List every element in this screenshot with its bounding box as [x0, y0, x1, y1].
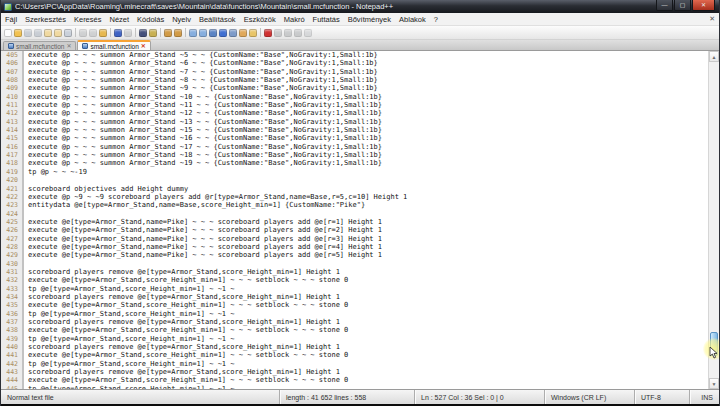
- code-line[interactable]: execute @e[type=Armor_Stand,name=Pike] ~…: [23, 218, 382, 226]
- maximize-button[interactable]: ▢: [674, 0, 691, 11]
- code-line[interactable]: tp @e[type=Armor_Stand,score_Height_min=…: [23, 310, 235, 318]
- print-icon[interactable]: [64, 29, 72, 37]
- code-line[interactable]: execute @p ~ ~ ~ summon Armor_Stand ~12 …: [23, 109, 382, 117]
- menu-item[interactable]: Ablakok: [395, 14, 430, 25]
- code-line[interactable]: execute @e[type=Armor_Stand,name=Pike] ~…: [23, 226, 382, 234]
- menu-item[interactable]: Futtatás: [309, 14, 344, 25]
- paste-icon[interactable]: [99, 29, 107, 37]
- code-line[interactable]: tp @p ~ ~ ~-19: [23, 168, 87, 176]
- code-line[interactable]: execute @p ~ ~ ~ summon Armor_Stand ~5 ~…: [23, 51, 378, 59]
- code-line[interactable]: execute @e[type=Armor_Stand,score_Height…: [23, 376, 348, 384]
- code-line[interactable]: [23, 210, 28, 218]
- minimize-button[interactable]: —: [656, 0, 673, 11]
- code-line[interactable]: execute @e[type=Armor_Stand,name=Pike] ~…: [23, 243, 382, 251]
- new-file-icon[interactable]: [4, 29, 12, 37]
- define-language-icon[interactable]: [239, 29, 247, 37]
- menubar-close-icon[interactable]: ✕: [709, 15, 715, 23]
- toolbar-separator[interactable]: [260, 28, 261, 37]
- toolbar-separator[interactable]: [135, 28, 136, 37]
- code-line[interactable]: execute @p ~ ~ ~ summon Armor_Stand ~8 ~…: [23, 76, 378, 84]
- sync-horizontal-scroll-icon[interactable]: [199, 29, 207, 37]
- menu-item[interactable]: Beállítások: [195, 14, 240, 25]
- menu-item[interactable]: Fájl: [1, 14, 21, 25]
- code-line[interactable]: execute @p ~ ~ ~ summon Armor_Stand ~6 ~…: [23, 59, 378, 67]
- toolbar-separator[interactable]: [75, 28, 76, 37]
- menu-item[interactable]: Keresés: [70, 14, 106, 25]
- redo-icon[interactable]: [124, 29, 132, 37]
- menu-item[interactable]: ?: [430, 14, 442, 25]
- stop-macro-icon[interactable]: [274, 29, 282, 37]
- code-line[interactable]: tp @e[type=Armor_Stand,score_Height_min=…: [23, 335, 235, 343]
- toolbar-separator[interactable]: [110, 28, 111, 37]
- tab-close-icon[interactable]: ✕: [66, 43, 71, 49]
- code-line[interactable]: scoreboard players remove @e[type=Armor_…: [23, 318, 340, 326]
- editor-area[interactable]: 405 execute @p ~ ~ ~ summon Armor_Stand …: [1, 51, 719, 389]
- save-all-icon[interactable]: [34, 29, 42, 37]
- editor-text-area[interactable]: 405 execute @p ~ ~ ~ summon Armor_Stand …: [1, 51, 708, 389]
- code-line[interactable]: execute @p ~ ~ ~ summon Armor_Stand ~13 …: [23, 118, 382, 126]
- copy-icon[interactable]: [89, 29, 97, 37]
- tab-small-mcfunction-1[interactable]: small.mcfunction ✕: [3, 41, 76, 50]
- tab-small-mcfunction-2[interactable]: small.mcfunction ✕: [77, 40, 150, 50]
- playback-macro-icon[interactable]: [284, 29, 292, 37]
- menu-item[interactable]: Nyelv: [168, 14, 195, 25]
- zoom-out-icon[interactable]: [174, 29, 182, 37]
- code-line[interactable]: [23, 260, 28, 268]
- code-line[interactable]: execute @p ~ ~ ~ summon Armor_Stand ~9 ~…: [23, 84, 378, 92]
- code-line[interactable]: entitydata @e[type=Armor_Stand,name=Base…: [23, 201, 365, 209]
- show-all-characters-icon[interactable]: [219, 29, 227, 37]
- title-bar[interactable]: C:\Users\PC\AppData\Roaming\.minecraft\s…: [1, 0, 719, 13]
- scroll-down-icon[interactable]: ▼: [709, 378, 719, 389]
- menu-item[interactable]: Makró: [280, 14, 309, 25]
- menu-item[interactable]: Szerkesztés: [21, 14, 70, 25]
- code-line[interactable]: execute @p ~9 ~ ~9 scoreboard players ad…: [23, 193, 407, 201]
- code-line[interactable]: scoreboard players remove @e[type=Armor_…: [23, 268, 340, 276]
- sync-vertical-scroll-icon[interactable]: [189, 29, 197, 37]
- code-line[interactable]: execute @p ~ ~ ~ summon Armor_Stand ~19 …: [23, 159, 382, 167]
- code-line[interactable]: execute @e[type=Armor_Stand,score_Height…: [23, 351, 348, 359]
- code-line[interactable]: execute @p ~ ~ ~ summon Armor_Stand ~15 …: [23, 126, 382, 134]
- record-macro-icon[interactable]: [264, 29, 272, 37]
- code-line[interactable]: execute @e[type=Armor_Stand,score_Height…: [23, 276, 348, 284]
- code-line[interactable]: execute @e[type=Armor_Stand,name=Pike] ~…: [23, 235, 382, 243]
- code-line[interactable]: execute @e[type=Armor_Stand,score_Height…: [23, 326, 348, 334]
- code-line[interactable]: tp @e[type=Armor_Stand,score_Height_min=…: [23, 285, 235, 293]
- tab-close-icon[interactable]: ✕: [141, 43, 146, 49]
- vertical-scrollbar[interactable]: ▲ ▼: [708, 51, 719, 389]
- word-wrap-icon[interactable]: [209, 29, 217, 37]
- code-line[interactable]: [23, 176, 28, 184]
- code-line[interactable]: execute @e[type=Armor_Stand,name=Pike] ~…: [23, 251, 382, 259]
- close-all-icon[interactable]: [54, 29, 62, 37]
- doc-switcher-icon[interactable]: [249, 29, 257, 37]
- scrollbar-thumb[interactable]: [710, 332, 718, 356]
- menu-item[interactable]: Nézet: [105, 14, 133, 25]
- replace-icon[interactable]: [149, 29, 157, 37]
- zoom-in-icon[interactable]: [164, 29, 172, 37]
- code-line[interactable]: tp @e[type=Armor_Stand,score_Height_min=…: [23, 360, 235, 368]
- code-line[interactable]: execute @p ~ ~ ~ summon Armor_Stand ~16 …: [23, 134, 382, 142]
- toolbar-separator[interactable]: [160, 28, 161, 37]
- code-line[interactable]: execute @p ~ ~ ~ summon Armor_Stand ~17 …: [23, 143, 382, 151]
- cut-icon[interactable]: [79, 29, 87, 37]
- menu-item[interactable]: Bővítmények: [344, 14, 395, 25]
- run-macro-multiple-icon[interactable]: [304, 29, 312, 37]
- open-file-icon[interactable]: [14, 29, 22, 37]
- close-button[interactable]: ✕: [692, 0, 715, 11]
- menu-item[interactable]: Eszközök: [240, 14, 280, 25]
- code-line[interactable]: scoreboard objectives add Height dummy: [23, 185, 188, 193]
- save-macro-icon[interactable]: [294, 29, 302, 37]
- code-line[interactable]: execute @p ~ ~ ~ summon Armor_Stand ~11 …: [23, 101, 382, 109]
- code-line[interactable]: tp @e[type=Armor_Stand,score_Height_min=…: [23, 385, 235, 389]
- code-line[interactable]: execute @e[type=Armor_Stand,score_Height…: [23, 301, 348, 309]
- toolbar-separator[interactable]: [185, 28, 186, 37]
- code-line[interactable]: scoreboard players remove @e[type=Armor_…: [23, 293, 340, 301]
- code-line[interactable]: scoreboard players remove @e[type=Armor_…: [23, 368, 340, 376]
- find-icon[interactable]: [139, 29, 147, 37]
- code-line[interactable]: execute @p ~ ~ ~ summon Armor_Stand ~10 …: [23, 93, 382, 101]
- code-line[interactable]: execute @p ~ ~ ~ summon Armor_Stand ~7 ~…: [23, 68, 378, 76]
- code-line[interactable]: execute @p ~ ~ ~ summon Armor_Stand ~18 …: [23, 151, 382, 159]
- undo-icon[interactable]: [114, 29, 122, 37]
- indent-guide-icon[interactable]: [229, 29, 237, 37]
- close-file-icon[interactable]: [44, 29, 52, 37]
- scroll-up-icon[interactable]: ▲: [709, 51, 719, 62]
